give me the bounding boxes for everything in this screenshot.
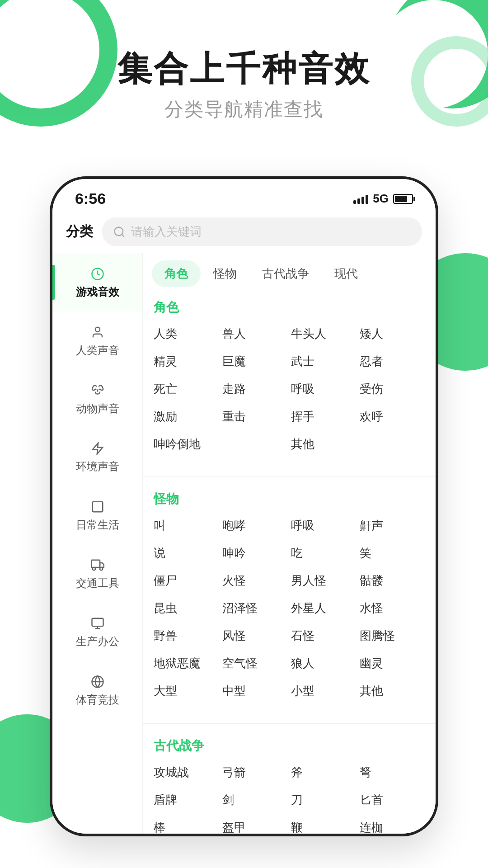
grid-item[interactable]: 小型 <box>291 681 356 701</box>
grid-item[interactable]: 沼泽怪 <box>222 599 287 618</box>
grid-item[interactable]: 其他 <box>291 434 356 454</box>
sidebar-item-game[interactable]: 游戏音效 <box>52 253 142 311</box>
grid-item[interactable]: 挥手 <box>291 407 356 426</box>
grid-item[interactable]: 呻吟 <box>222 543 287 563</box>
grid-item[interactable]: 攻城战 <box>154 763 219 782</box>
sidebar-item-animal[interactable]: 动物声音 <box>52 370 142 428</box>
grid-item[interactable]: 呻吟倒地 <box>154 434 287 454</box>
grid-item[interactable]: 盾牌 <box>154 790 219 810</box>
header-title: 集合上千种音效 <box>0 50 488 88</box>
grid-item[interactable]: 吃 <box>291 543 356 563</box>
sidebar-label-office: 生产办公 <box>76 635 119 648</box>
sidebar-item-daily[interactable]: 日常生活 <box>52 486 142 544</box>
sidebar-label-transport: 交通工具 <box>76 577 119 590</box>
grid-item[interactable]: 骷髅 <box>360 571 425 590</box>
grid-item[interactable]: 弩 <box>360 763 425 782</box>
grid-item[interactable]: 忍者 <box>360 352 425 371</box>
grid-item[interactable]: 激励 <box>154 407 219 426</box>
grid-item[interactable]: 巨魔 <box>222 352 287 371</box>
svg-point-0 <box>115 227 123 236</box>
grid-item[interactable]: 水怪 <box>360 599 425 618</box>
grid-item[interactable]: 匕首 <box>360 790 425 810</box>
grid-item[interactable]: 风怪 <box>222 626 287 646</box>
svg-point-3 <box>95 327 100 332</box>
ancient-grid: 攻城战 弓箭 斧 弩 盾牌 剑 刀 匕首 棒 盔甲 鞭 连枷 锤 拳 其他 <box>154 763 425 836</box>
grid-item[interactable]: 昆虫 <box>154 599 219 618</box>
status-bar: 6:56 5G <box>52 179 436 213</box>
grid-item[interactable]: 僵尸 <box>154 571 219 590</box>
grid-item[interactable]: 空气怪 <box>222 654 287 673</box>
grid-item[interactable]: 叫 <box>154 516 219 535</box>
grid-item[interactable]: 狼人 <box>291 654 356 673</box>
grid-item[interactable]: 火怪 <box>222 571 287 590</box>
grid-item[interactable]: 矮人 <box>360 324 425 344</box>
tab-bar: 角色 怪物 古代战争 现代 <box>143 253 436 294</box>
svg-rect-5 <box>92 502 103 512</box>
grid-item[interactable]: 人类 <box>154 324 219 344</box>
grid-item[interactable]: 连枷 <box>360 818 425 836</box>
grid-item[interactable]: 其他 <box>360 681 425 701</box>
grid-item[interactable]: 精灵 <box>154 352 219 371</box>
section-role: 角色 人类 兽人 牛头人 矮人 精灵 巨魔 武士 忍者 死亡 走路 呼吸 受伤 … <box>143 294 436 467</box>
grid-item[interactable]: 棒 <box>154 818 219 836</box>
human-icon <box>89 324 106 340</box>
grid-item[interactable]: 牛头人 <box>291 324 356 344</box>
grid-item[interactable]: 重击 <box>222 407 287 426</box>
transport-icon <box>89 557 106 573</box>
search-placeholder: 请输入关键词 <box>131 224 202 240</box>
grid-item[interactable]: 走路 <box>222 379 287 399</box>
grid-item[interactable]: 弓箭 <box>222 763 287 782</box>
svg-marker-4 <box>92 443 103 454</box>
grid-item[interactable]: 鞭 <box>291 818 356 836</box>
signal-bars <box>353 194 368 204</box>
sidebar-item-sports[interactable]: 体育竞技 <box>52 661 142 719</box>
grid-item[interactable]: 呼吸 <box>291 516 356 535</box>
grid-item[interactable]: 中型 <box>222 681 287 701</box>
sports-icon <box>89 674 106 690</box>
tab-role[interactable]: 角色 <box>152 260 201 287</box>
grid-item[interactable]: 受伤 <box>360 379 425 399</box>
section-monster: 怪物 叫 咆哮 呼吸 鼾声 说 呻吟 吃 笑 僵尸 火怪 男人怪 骷髅 昆虫 沼… <box>143 486 436 714</box>
environment-icon <box>89 440 106 457</box>
sidebar-item-office[interactable]: 生产办公 <box>52 603 142 661</box>
grid-item[interactable]: 说 <box>154 543 219 563</box>
tab-ancient-war[interactable]: 古代战争 <box>249 260 322 287</box>
grid-item[interactable]: 石怪 <box>291 626 356 646</box>
grid-item[interactable]: 外星人 <box>291 599 356 618</box>
battery-fill <box>395 196 407 202</box>
grid-item[interactable]: 鼾声 <box>360 516 425 535</box>
grid-item[interactable]: 死亡 <box>154 379 219 399</box>
sidebar-item-transport[interactable]: 交通工具 <box>52 544 142 603</box>
grid-item[interactable]: 欢呼 <box>360 407 425 426</box>
sidebar-label-daily: 日常生活 <box>76 519 119 532</box>
grid-item[interactable]: 武士 <box>291 352 356 371</box>
grid-item[interactable]: 幽灵 <box>360 654 425 673</box>
sidebar-label-sports: 体育竞技 <box>76 693 119 707</box>
search-area: 分类 请输入关键词 <box>52 213 436 253</box>
grid-item[interactable]: 图腾怪 <box>360 626 425 646</box>
search-bar[interactable]: 请输入关键词 <box>102 217 422 246</box>
grid-item[interactable]: 大型 <box>154 681 219 701</box>
grid-item[interactable]: 剑 <box>222 790 287 810</box>
office-icon <box>89 615 106 632</box>
tab-monster[interactable]: 怪物 <box>201 260 249 287</box>
grid-item[interactable]: 呼吸 <box>291 379 356 399</box>
sidebar-item-human[interactable]: 人类声音 <box>52 311 142 370</box>
tab-modern[interactable]: 现代 <box>322 260 371 287</box>
grid-item[interactable]: 男人怪 <box>291 571 356 590</box>
sidebar-label-animal: 动物声音 <box>76 402 119 415</box>
monster-grid: 叫 咆哮 呼吸 鼾声 说 呻吟 吃 笑 僵尸 火怪 男人怪 骷髅 昆虫 沼泽怪 … <box>154 516 425 701</box>
grid-item[interactable]: 刀 <box>291 790 356 810</box>
divider-1 <box>143 476 436 477</box>
signal-bar-1 <box>353 200 356 204</box>
grid-item[interactable]: 地狱恶魔 <box>154 654 219 673</box>
grid-item[interactable]: 野兽 <box>154 626 219 646</box>
grid-item[interactable]: 笑 <box>360 543 425 563</box>
grid-item[interactable]: 咆哮 <box>222 516 287 535</box>
grid-item[interactable]: 盔甲 <box>222 818 287 836</box>
grid-item[interactable]: 兽人 <box>222 324 287 344</box>
search-icon <box>113 226 126 238</box>
status-5g: 5G <box>373 192 389 206</box>
sidebar-item-environment[interactable]: 环境声音 <box>52 428 142 486</box>
grid-item[interactable]: 斧 <box>291 763 356 782</box>
